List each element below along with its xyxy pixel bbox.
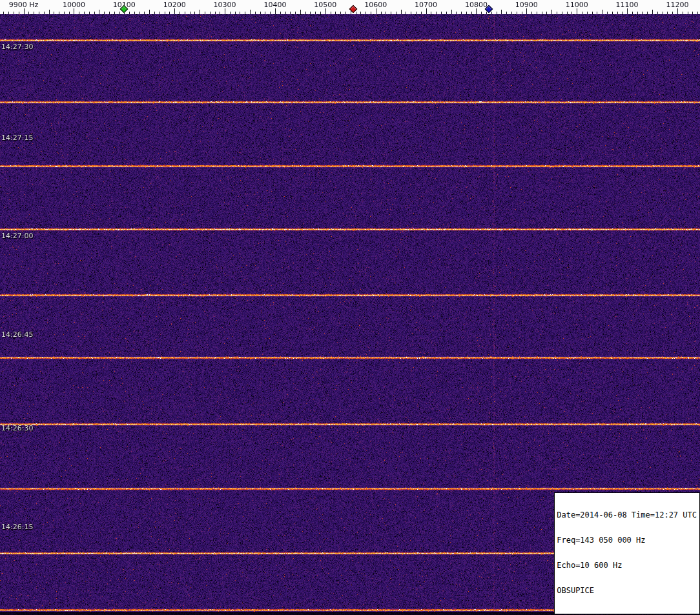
freq-tick-label: 11100	[616, 1, 639, 9]
time-label: 14:26:15	[1, 523, 33, 531]
freq-tick-label: 9900 Hz	[9, 1, 39, 9]
frequency-ruler: 9900 Hz100001010010200103001040010500106…	[0, 0, 700, 14]
freq-tick-label: 10500	[314, 1, 336, 9]
spectrogram-app: 9900 Hz100001010010200103001040010500106…	[0, 0, 700, 615]
freq-tick-label: 10600	[364, 1, 387, 9]
freq-tick-label: 10400	[263, 1, 286, 9]
time-label: 14:27:15	[1, 134, 33, 142]
freq-tick-label: 10900	[515, 1, 538, 9]
freq-tick-label: 10200	[163, 1, 186, 9]
freq-tick-label: 10800	[465, 1, 488, 9]
info-line-date-time: Date=2014-06-08 Time=12:27 UTC	[557, 511, 697, 519]
info-line-station: OBSUPICE	[557, 587, 697, 595]
time-label: 14:26:30	[1, 424, 33, 432]
freq-tick-label: 10700	[415, 1, 437, 9]
info-box: Date=2014-06-08 Time=12:27 UTC Freq=143 …	[554, 492, 700, 614]
freq-tick-label: 11200	[666, 1, 688, 9]
time-label: 14:27:30	[1, 43, 33, 51]
info-line-echo: Echo=10 600 Hz	[557, 561, 697, 570]
time-label: 14:27:00	[1, 232, 33, 240]
freq-tick-label: 10000	[63, 1, 85, 9]
info-line-frequency: Freq=143 050 000 Hz	[557, 536, 697, 545]
freq-tick-label: 10300	[214, 1, 236, 9]
time-label: 14:26:45	[1, 330, 33, 339]
freq-tick-label: 11000	[566, 1, 588, 9]
